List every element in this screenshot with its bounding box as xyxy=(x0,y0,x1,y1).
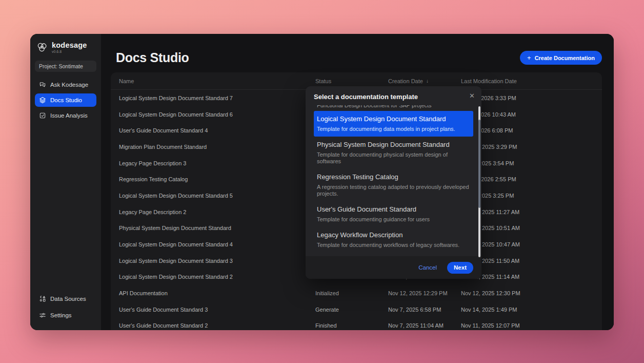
template-description: Template for documenting workflows of le… xyxy=(317,242,470,249)
template-title: Regression Testing Catalog xyxy=(317,173,470,181)
template-title: Physical System Design Document Standard xyxy=(317,141,470,149)
sidebar-item-label: Settings xyxy=(50,312,72,318)
template-description: Template for documenting guidance for us… xyxy=(317,216,470,223)
check-square-icon xyxy=(39,112,46,119)
create-documentation-button[interactable]: + Create Documentation xyxy=(520,51,602,65)
doc-creation-date: Nov 7, 2025 11:04 AM xyxy=(388,322,461,329)
doc-name: Logical System Design Document Standard … xyxy=(119,95,315,101)
doc-modification-date: Dec 19, 2025 3:29 PM xyxy=(461,144,602,150)
layers-icon xyxy=(39,97,46,104)
sidebar-item-label: Ask Kodesage xyxy=(50,82,88,88)
template-option[interactable]: Migration Plan Document Standard xyxy=(314,253,473,256)
plus-icon: + xyxy=(527,54,531,61)
app-window: kodesage v0.6.8 Project: Sontimate Ask K… xyxy=(30,34,614,330)
doc-modification-date: Dec 4, 2025 3:54 PM xyxy=(461,160,602,166)
sidebar-nav: Ask Kodesage Docs Studio Issue Analysis xyxy=(35,78,96,122)
sliders-icon xyxy=(39,312,46,319)
doc-name: Logical System Design Document Standard … xyxy=(119,193,315,199)
doc-modification-date: Nov 26, 2025 11:14 AM xyxy=(461,274,602,280)
template-option[interactable]: Legacy Workflow Description Template for… xyxy=(314,227,473,253)
template-description: A regression testing catalog adapted to … xyxy=(317,184,470,197)
sidebar-item-docs-studio[interactable]: Docs Studio xyxy=(35,93,96,107)
next-button[interactable]: Next xyxy=(447,262,473,274)
close-icon[interactable]: ✕ xyxy=(469,92,475,100)
app-name: kodesage xyxy=(52,42,87,49)
doc-modification-date: Jan 6, 2026 10:43 AM xyxy=(461,111,602,118)
sidebar-item-data-sources[interactable]: Data Sources xyxy=(35,292,96,305)
table-row[interactable]: User's Guide Document Standard 3 Generat… xyxy=(111,301,602,318)
template-option[interactable]: Logical System Design Document Standard … xyxy=(314,111,473,137)
column-header-name[interactable]: Name xyxy=(119,78,315,84)
chat-icon xyxy=(39,81,46,88)
page-title: Docs Studio xyxy=(116,50,189,65)
doc-creation-date: Nov 7, 2025 6:58 PM xyxy=(388,307,461,313)
doc-name: Legacy Page Description 2 xyxy=(119,209,315,215)
doc-name: Migration Plan Document Standard xyxy=(119,144,315,150)
documentation-template-modal: Select a documentation template ✕ Functi… xyxy=(306,86,481,279)
cancel-button[interactable]: Cancel xyxy=(418,264,437,271)
main-content: Docs Studio + Create Documentation Name … xyxy=(101,34,614,330)
create-documentation-label: Create Documentation xyxy=(535,55,595,61)
template-title: Logical System Design Document Standard xyxy=(317,115,470,123)
doc-name: Regression Testing Catalog xyxy=(119,176,315,182)
template-description: Functional Design Document for SAP proje… xyxy=(317,105,470,109)
sidebar-item-settings[interactable]: Settings xyxy=(35,309,96,322)
doc-name: API Documentation xyxy=(119,290,315,296)
shapes-icon xyxy=(39,295,46,302)
table-row[interactable]: API Documentation Initialized Nov 12, 20… xyxy=(111,285,602,301)
doc-modification-date: Jan 12, 2026 2:55 PM xyxy=(461,176,602,182)
template-description: Template for documenting physical system… xyxy=(317,151,470,165)
project-label: Project: Sontimate xyxy=(39,63,83,69)
doc-name: Logical System Design Document Standard … xyxy=(119,241,315,247)
modal-header: Select a documentation template ✕ xyxy=(306,86,481,105)
doc-name: Logical System Design Document Standard … xyxy=(119,111,315,118)
doc-name: Physical System Design Document Standard xyxy=(119,225,315,231)
page-header: Docs Studio + Create Documentation xyxy=(111,34,602,72)
sidebar: kodesage v0.6.8 Project: Sontimate Ask K… xyxy=(30,34,101,330)
project-selector[interactable]: Project: Sontimate xyxy=(35,61,96,72)
doc-modification-date: Nov 11, 2025 12:07 PM xyxy=(461,322,602,329)
modal-footer: Cancel Next xyxy=(306,256,481,279)
doc-name: User's Guide Document Standard 3 xyxy=(119,307,315,313)
doc-status: Finished xyxy=(315,322,388,329)
sidebar-item-label: Issue Analysis xyxy=(50,112,88,119)
template-option-clipped[interactable]: Functional Design Document for SAP proje… xyxy=(314,105,473,111)
doc-name: User's Guide Document Standard 4 xyxy=(119,127,315,133)
template-title: User's Guide Document Standard xyxy=(317,205,470,214)
sidebar-item-issue-analysis[interactable]: Issue Analysis xyxy=(35,109,96,122)
template-option[interactable]: Regression Testing Catalog A regression … xyxy=(314,169,473,201)
column-header-creation-date[interactable]: Creation Date ↓ xyxy=(388,78,461,84)
doc-status: Initialized xyxy=(315,290,388,296)
doc-modification-date: Nov 27, 2025 11:27 AM xyxy=(461,209,602,215)
template-option[interactable]: User's Guide Document Standard Template … xyxy=(314,201,473,227)
sidebar-item-label: Data Sources xyxy=(50,296,86,302)
doc-name: User's Guide Document Standard 2 xyxy=(119,322,315,329)
doc-modification-date: Nov 14, 2025 1:49 PM xyxy=(461,307,602,313)
doc-modification-date: Nov 26, 2025 11:50 AM xyxy=(461,258,602,264)
kodesage-logo-icon xyxy=(36,41,48,53)
doc-name: Logical System Design Document Standard … xyxy=(119,274,315,280)
column-header-last-modification-date[interactable]: Last Modification Date xyxy=(461,78,602,84)
doc-name: Logical System Design Document Standard … xyxy=(119,258,315,264)
sidebar-footer: Data Sources Settings xyxy=(35,292,96,322)
doc-status: Generate xyxy=(315,307,388,313)
doc-modification-date: Jan 12, 2026 3:33 PM xyxy=(461,95,602,101)
doc-creation-date: Nov 12, 2025 12:29 PM xyxy=(388,290,461,296)
table-row[interactable]: User's Guide Document Standard 2 Finishe… xyxy=(111,318,602,330)
template-list: Functional Design Document for SAP proje… xyxy=(306,105,481,256)
sidebar-item-label: Docs Studio xyxy=(50,97,82,103)
modal-scrollbar-track[interactable] xyxy=(478,106,480,257)
app-version: v0.6.8 xyxy=(52,50,87,53)
doc-modification-date: Dec 1, 2025 3:25 PM xyxy=(461,193,602,199)
doc-name: Legacy Page Description 3 xyxy=(119,160,315,166)
sidebar-item-ask-kodesage[interactable]: Ask Kodesage xyxy=(35,78,96,91)
template-option[interactable]: Physical System Design Document Standard… xyxy=(314,137,473,169)
column-header-status[interactable]: Status xyxy=(315,78,388,84)
modal-title: Select a documentation template xyxy=(314,93,473,101)
doc-modification-date: Jan 5, 2026 6:08 PM xyxy=(461,127,602,133)
doc-modification-date: Nov 27, 2025 10:51 AM xyxy=(461,225,602,231)
doc-modification-date: Nov 12, 2025 12:30 PM xyxy=(461,290,602,296)
template-title: Legacy Workflow Description xyxy=(317,231,470,239)
sort-descending-icon[interactable]: ↓ xyxy=(426,78,429,84)
modal-scrollbar-thumb[interactable] xyxy=(478,120,480,208)
